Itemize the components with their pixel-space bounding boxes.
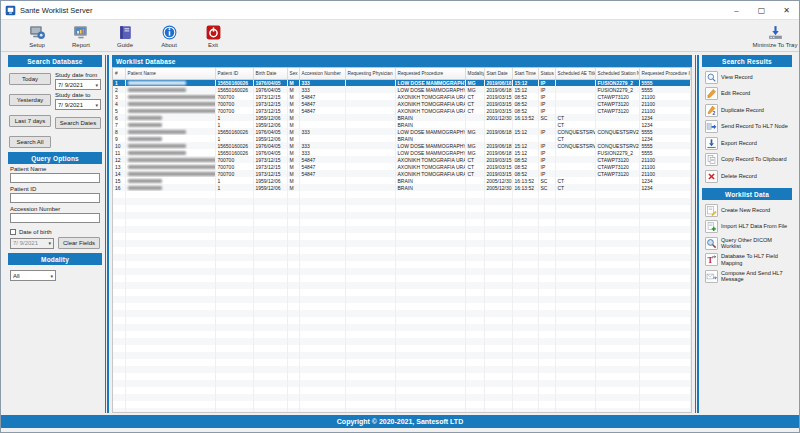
table-row[interactable]: 57007001973/12/15M54847AXONIKH TOMOGRAFI… (113, 107, 691, 114)
table-row[interactable]: 147007001973/12/15M54847AXONIKH TOMOGRAF… (113, 170, 691, 177)
table-row[interactable]: 137007001973/12/15M54847AXONIKH TOMOGRAF… (113, 163, 691, 170)
duplicate-record-icon: 2 (705, 104, 718, 117)
last-7-days-button[interactable]: Last 7 days (9, 115, 51, 127)
empty-table-row (113, 226, 691, 233)
empty-table-row (113, 408, 691, 413)
create-new-record-button[interactable]: Create New Record (705, 204, 791, 217)
copyright-text: Copyright © 2020-2021, Santesoft LTD (337, 418, 463, 425)
column-header-sex[interactable]: Sex (287, 68, 299, 79)
window-title: Sante Worklist Server (20, 6, 724, 15)
table-row[interactable]: 127007001973/12/15M54847AXONIKH TOMOGRAF… (113, 156, 691, 163)
toolbar-button-setup[interactable]: Setup (21, 24, 53, 48)
table-row[interactable]: 11156501600261976/04/05M333LOW DOSE MAMM… (113, 149, 691, 156)
search-all-button[interactable]: Search All (9, 136, 51, 148)
app-icon (5, 5, 16, 16)
table-row[interactable]: 911959/12/06MBRAINCT1234 (113, 135, 691, 142)
empty-table-row (113, 282, 691, 289)
send-record-to-hl7-node-button[interactable]: Send Record To HL7 Node (705, 120, 791, 133)
table-row[interactable]: 8156501600261976/04/05M333LOW DOSE MAMMO… (113, 128, 691, 135)
study-date-to-select[interactable]: 7/ 9/2021▾ (55, 99, 101, 110)
column-header-patient-name[interactable]: Patient Name (125, 68, 215, 79)
modality-select[interactable]: All▾ (10, 270, 56, 281)
date-of-birth-select[interactable]: 7/ 9/2021▾ (10, 238, 54, 249)
study-date-from-select[interactable]: 7/ 9/2021▾ (55, 79, 101, 90)
column-header-num[interactable]: # (113, 68, 125, 79)
toolbar: SetupReportGuideAboutExit Minimize To Tr… (1, 19, 799, 52)
date-of-birth-label: Date of birth (19, 229, 52, 235)
delete-record-button[interactable]: Delete Record (705, 170, 791, 183)
toolbar-button-guide[interactable]: Guide (109, 24, 141, 48)
date-of-birth-checkbox[interactable] (10, 229, 16, 235)
empty-table-row (113, 324, 691, 331)
minimize-to-tray-button[interactable]: Minimize To Tray (759, 24, 791, 48)
column-header-status[interactable]: Status (538, 68, 555, 79)
clear-fields-button[interactable]: Clear Fields (58, 237, 100, 249)
empty-table-row (113, 240, 691, 247)
today-button[interactable]: Today (9, 73, 51, 85)
table-row[interactable]: 711959/12/06MBRAINCT1234 (113, 121, 691, 128)
create-new-record-icon (705, 204, 718, 217)
database-to-hl7-field-mapping-button[interactable]: TDatabase To HL7 Field Mapping (705, 253, 791, 266)
minimize-button[interactable]: – (724, 1, 749, 19)
table-row[interactable]: 1611959/12/06MBRAIN2005/12/3016:13:52SCC… (113, 184, 691, 191)
patient-name-redacted (128, 123, 162, 127)
column-header-accession-number[interactable]: Accession Number (299, 68, 345, 79)
panel-splitter-right[interactable] (695, 55, 699, 413)
empty-table-row (113, 247, 691, 254)
table-row[interactable]: 2156501600261976/04/05M333LOW DOSE MAMMO… (113, 86, 691, 93)
view-record-icon (705, 71, 718, 84)
toolbar-button-report[interactable]: Report (65, 24, 97, 48)
patient-id-input[interactable] (10, 193, 100, 203)
edit-record-button[interactable]: Edit Record (705, 87, 791, 100)
table-row[interactable]: 1511959/12/06MBRAIN2005/12/3016:13:52SCC… (113, 177, 691, 184)
table-row[interactable]: 611959/12/06MBRAIN2001/12/3016:13:52SCCT… (113, 114, 691, 121)
table-row[interactable]: 37007001973/12/15M54847AXONIKH TOMOGRAFI… (113, 93, 691, 100)
toolbar-button-exit[interactable]: Exit (197, 24, 229, 48)
column-header-birth-date[interactable]: Birth Date (253, 68, 287, 79)
guide-icon (117, 24, 134, 41)
copy-record-to-clipboard-button[interactable]: Copy Record To Clipboard (705, 153, 791, 166)
column-header-patient-id[interactable]: Patient ID (215, 68, 253, 79)
empty-table-row (113, 212, 691, 219)
study-date-to-label: Study date to (55, 92, 101, 98)
worklist-data-header: Worklist Data (702, 188, 792, 200)
delete-record-icon (705, 170, 718, 183)
patient-name-redacted (128, 116, 162, 120)
table-row[interactable]: 10156501600261976/04/05M333LOW DOSE MAMM… (113, 142, 691, 149)
export-record-button[interactable]: Export Record (705, 137, 791, 150)
column-header-requested-procedure[interactable]: Requested Procedure (395, 68, 465, 79)
column-header-requesting-physician[interactable]: Requesting Physician (345, 68, 395, 79)
exit-icon (205, 24, 222, 41)
compose-and-send-hl7-message-button[interactable]: Compose And Send HL7 Message (705, 270, 791, 283)
accession-number-input[interactable] (10, 213, 100, 223)
view-record-button[interactable]: View Record (705, 71, 791, 84)
column-header-scheduled-ae-title[interactable]: Scheduled AE Title (555, 68, 595, 79)
yesterday-button[interactable]: Yesterday (9, 94, 51, 106)
maximize-button[interactable]: ▢ (749, 1, 774, 19)
column-header-modality[interactable]: Modality (465, 68, 484, 79)
table-row[interactable]: 1156501600261976/04/05M333LOW DOSE MAMMO… (113, 79, 691, 86)
duplicate-record-button[interactable]: 2Duplicate Record (705, 104, 791, 117)
import-hl7-data-from-file-button[interactable]: Import HL7 Data From File (705, 220, 791, 233)
setup-icon (29, 24, 46, 41)
column-header-start-time[interactable]: Start Time (512, 68, 538, 79)
search-dates-button[interactable]: Search Dates (55, 117, 101, 129)
query-options-header: Query Options (8, 152, 102, 164)
worklist-table-container: #Patient NamePatient IDBirth DateSexAcce… (112, 67, 692, 413)
empty-table-row (113, 387, 691, 394)
patient-name-label: Patient Name (10, 166, 46, 172)
column-header-start-date[interactable]: Start Date (484, 68, 512, 79)
chevron-down-icon: ▾ (95, 102, 98, 108)
patient-name-input[interactable] (10, 173, 100, 183)
column-header-requested-procedure-id[interactable]: Requested Procedure ID (639, 68, 691, 79)
empty-table-row (113, 380, 691, 387)
svg-text:2: 2 (713, 111, 716, 116)
toolbar-button-about[interactable]: About (153, 24, 185, 48)
table-row[interactable]: 47007001973/12/15M54847AXONIKH TOMOGRAFI… (113, 100, 691, 107)
column-header-scheduled-station-name[interactable]: Scheduled Station Name (595, 68, 639, 79)
empty-table-row (113, 289, 691, 296)
send-record-hl7-icon (705, 120, 718, 133)
close-button[interactable]: ✕ (774, 1, 799, 19)
query-other-dicom-worklist-button[interactable]: Query Other DICOM Worklist (705, 237, 791, 250)
panel-splitter-left[interactable] (105, 55, 109, 413)
